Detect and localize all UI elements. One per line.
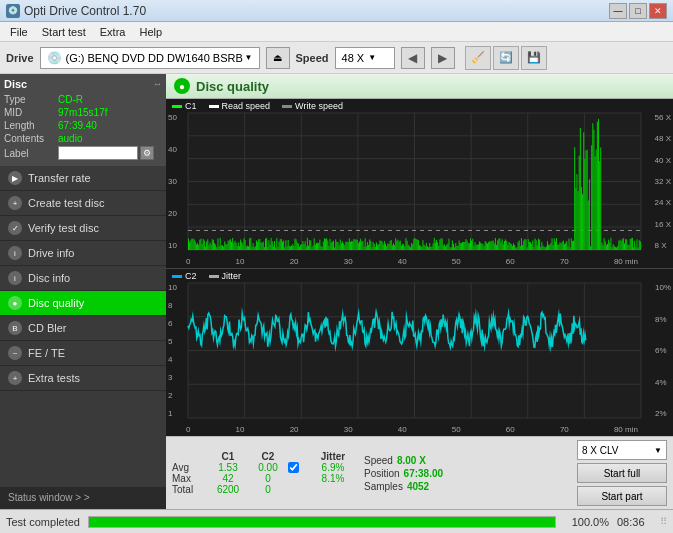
sidebar-item-create-test-disc[interactable]: + Create test disc: [0, 191, 166, 216]
samples-value: 4052: [407, 481, 429, 492]
disc-panel-title: Disc: [4, 78, 27, 90]
verify-test-disc-icon: ✓: [8, 221, 22, 235]
sidebar-item-label: Verify test disc: [28, 222, 99, 234]
sidebar-item-drive-info[interactable]: i Drive info: [0, 241, 166, 266]
transfer-rate-icon: ▶: [8, 171, 22, 185]
speed-value: 48 X: [342, 52, 365, 64]
sidebar-item-cd-bler[interactable]: B CD Bler: [0, 316, 166, 341]
sidebar-item-label: Transfer rate: [28, 172, 91, 184]
stats-max-c2: 0: [248, 473, 288, 484]
y2-label-6: 6%: [655, 346, 671, 355]
stats-table: C1 C2 Jitter Avg 1.53 0.00 6.9%: [172, 451, 358, 495]
stats-max-label: Max: [172, 473, 208, 484]
disc-quality-header-icon: ●: [174, 78, 190, 94]
legend-c2: C2: [172, 271, 197, 281]
disc-panel: Disc ↔ Type CD-R MID 97m15s17f Length 67…: [0, 74, 166, 166]
stats-c1-header: C1: [208, 451, 248, 462]
x2-40: 40: [398, 425, 407, 434]
legend-jitter-label: Jitter: [222, 271, 242, 281]
sidebar-item-label: FE / TE: [28, 347, 65, 359]
sidebar-item-label: Extra tests: [28, 372, 80, 384]
toolbar-eraser-button[interactable]: 🧹: [465, 46, 491, 70]
legend-jitter-color: [209, 275, 219, 278]
cd-bler-icon: B: [8, 321, 22, 335]
drive-label: Drive: [6, 52, 34, 64]
stats-avg-jitter: 6.9%: [308, 462, 358, 473]
stats-avg-label: Avg: [172, 462, 208, 473]
toolbar-save-button[interactable]: 💾: [521, 46, 547, 70]
sidebar-item-transfer-rate[interactable]: ▶ Transfer rate: [0, 166, 166, 191]
disc-length-label: Length: [4, 120, 58, 131]
y1-label-24: 24 X: [655, 198, 671, 207]
menu-help[interactable]: Help: [133, 24, 168, 40]
x2-20: 20: [290, 425, 299, 434]
x1-10: 10: [236, 257, 245, 266]
speed-clv-dropdown[interactable]: 8 X CLV ▼: [577, 440, 667, 460]
close-button[interactable]: ✕: [649, 3, 667, 19]
disc-label-input[interactable]: [58, 146, 138, 160]
disc-contents-value: audio: [58, 133, 162, 144]
sidebar-item-label: CD Bler: [28, 322, 67, 334]
chart1: C1 Read speed Write speed 56 X 48 X: [166, 99, 673, 269]
x1-40: 40: [398, 257, 407, 266]
x1-50: 50: [452, 257, 461, 266]
menu-file[interactable]: File: [4, 24, 34, 40]
speed-right-button[interactable]: ▶: [431, 47, 455, 69]
menu-extra[interactable]: Extra: [94, 24, 132, 40]
sidebar-item-extra-tests[interactable]: + Extra tests: [0, 366, 166, 391]
sidebar-item-disc-quality[interactable]: ● Disc quality: [0, 291, 166, 316]
chart2-canvas: [166, 269, 673, 436]
position-value: 67:38.00: [404, 468, 443, 479]
maximize-button[interactable]: □: [629, 3, 647, 19]
sidebar-item-verify-test-disc[interactable]: ✓ Verify test disc: [0, 216, 166, 241]
eject-button[interactable]: ⏏: [266, 47, 290, 69]
legend-write-speed-color: [282, 105, 292, 108]
disc-panel-arrow[interactable]: ↔: [153, 79, 162, 89]
samples-label: Samples: [364, 481, 403, 492]
legend-c2-color: [172, 275, 182, 278]
content-header: ● Disc quality: [166, 74, 673, 99]
drive-select[interactable]: 💿 (G:) BENQ DVD DD DW1640 BSRB ▼: [40, 47, 260, 69]
speed-select[interactable]: 48 X ▼: [335, 47, 395, 69]
menu-start-test[interactable]: Start test: [36, 24, 92, 40]
sidebar-item-fe-te[interactable]: ~ FE / TE: [0, 341, 166, 366]
y1-left-50: 50: [168, 113, 177, 122]
legend-read-speed-color: [209, 105, 219, 108]
disc-length-value: 67:39.40: [58, 120, 162, 131]
sidebar-item-label: Drive info: [28, 247, 74, 259]
right-controls: 8 X CLV ▼ Start full Start part: [577, 440, 667, 506]
x1-30: 30: [344, 257, 353, 266]
disc-label-gear[interactable]: ⚙: [140, 146, 154, 160]
start-full-button[interactable]: Start full: [577, 463, 667, 483]
x1-0: 0: [186, 257, 190, 266]
y1-left-10: 10: [168, 241, 177, 250]
speed-clv-arrow: ▼: [654, 446, 662, 455]
disc-mid-value: 97m15s17f: [58, 107, 162, 118]
speed-left-button[interactable]: ◀: [401, 47, 425, 69]
status-text: Test completed: [6, 516, 80, 528]
disc-label-label: Label: [4, 148, 58, 159]
y1-label-48: 48 X: [655, 134, 671, 143]
sidebar-item-disc-info[interactable]: i Disc info: [0, 266, 166, 291]
start-part-button[interactable]: Start part: [577, 486, 667, 506]
x1-70: 70: [560, 257, 569, 266]
y2-label-10: 10%: [655, 283, 671, 292]
chart2: C2 Jitter 10% 8% 6% 4% 2%: [166, 269, 673, 436]
y2-left-6: 6: [168, 319, 177, 328]
jitter-checkbox[interactable]: [288, 462, 299, 473]
menu-bar: File Start test Extra Help: [0, 22, 673, 42]
stats-avg-c2: 0.00: [248, 462, 288, 473]
stats-max-c1: 42: [208, 473, 248, 484]
progress-percent: 100.0%: [564, 516, 609, 528]
toolbar-reload-button[interactable]: 🔄: [493, 46, 519, 70]
minimize-button[interactable]: —: [609, 3, 627, 19]
x2-30: 30: [344, 425, 353, 434]
speed-position-samples: Speed 8.00 X Position 67:38.00 Samples 4…: [364, 455, 571, 492]
progress-bar-fill: [89, 517, 555, 527]
y2-left-4: 4: [168, 355, 177, 364]
y2-left-2: 2: [168, 391, 177, 400]
stats-total-label: Total: [172, 484, 208, 495]
status-window-label: Status window > >: [8, 492, 90, 503]
status-window-button[interactable]: Status window > >: [0, 487, 166, 509]
drive-dropdown-arrow: ▼: [245, 53, 253, 62]
